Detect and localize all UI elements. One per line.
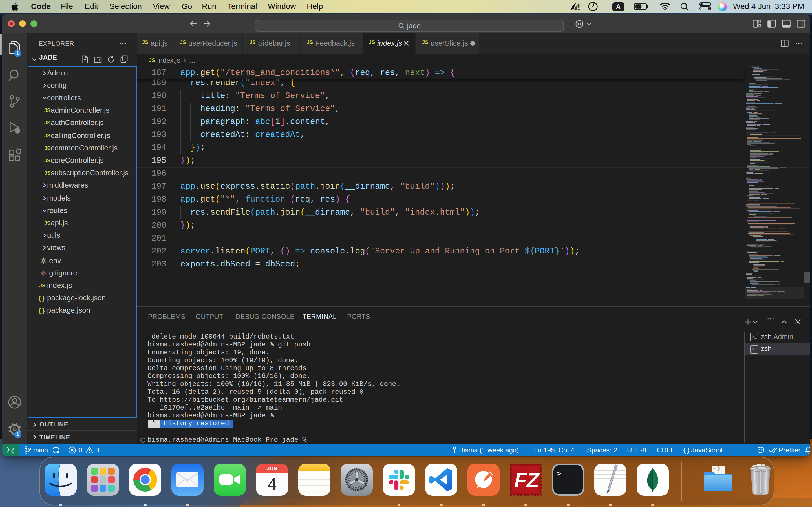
svg-text:JUN: JUN xyxy=(266,466,277,471)
svg-text:FZ: FZ xyxy=(514,469,540,492)
svg-text:>_: >_ xyxy=(556,470,565,478)
svg-text:4: 4 xyxy=(267,474,276,494)
